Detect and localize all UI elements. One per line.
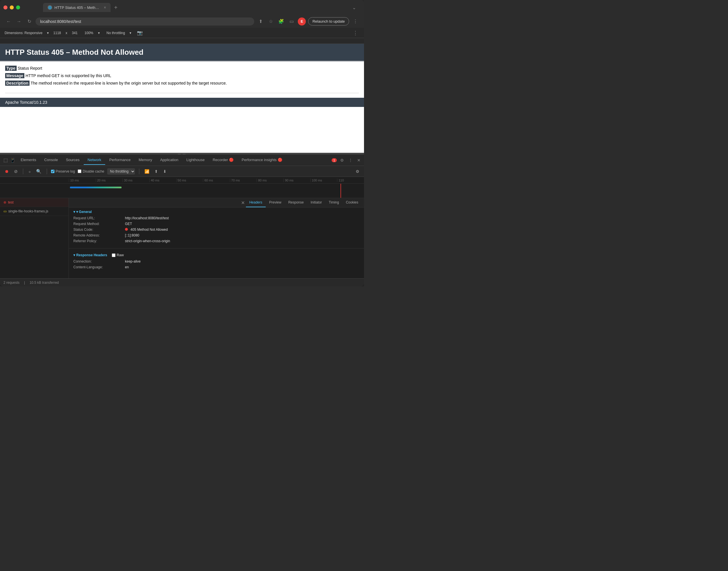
network-item-test[interactable]: ⊗ test <box>0 198 69 207</box>
devtools-close-icon[interactable]: ✕ <box>356 157 362 164</box>
timeline-label-110ms: 110 <box>337 179 364 182</box>
general-section-title: ▾ ▾ General <box>74 210 359 214</box>
preserve-log-label: Preserve log <box>51 169 75 174</box>
type-value: Status Report <box>18 66 42 71</box>
tab-sources[interactable]: Sources <box>62 155 84 165</box>
type-row: Type Status Report <box>5 66 359 71</box>
network-settings-icon[interactable]: ⚙ <box>355 168 361 174</box>
screenshot-icon[interactable]: 📷 <box>136 29 144 37</box>
timeline-label-80ms: 80 ms <box>256 179 283 182</box>
reload-button[interactable]: ↻ <box>25 17 33 25</box>
request-bars <box>0 184 364 198</box>
throttling-chevron-icon: ▾ <box>130 31 131 35</box>
status-code-row: Status Code: 405 Method Not Allowed <box>74 228 359 232</box>
back-button[interactable]: ← <box>5 17 13 25</box>
network-item-js[interactable]: ▭ single-file-hooks-frames.js <box>0 207 69 216</box>
bookmark-icon[interactable]: ☆ <box>267 17 275 25</box>
page-error-header: HTTP Status 405 – Method Not Allowed <box>0 44 364 61</box>
sidebar-icon[interactable]: ▭ <box>287 17 295 25</box>
timeline-label-50ms: 50 ms <box>176 179 203 182</box>
tab-memory[interactable]: Memory <box>135 155 156 165</box>
zoom-chevron-icon: ▾ <box>98 31 100 35</box>
menu-icon[interactable]: ⋮ <box>351 17 359 25</box>
network-list: ⊗ test ▭ single-file-hooks-frames.js <box>0 198 69 278</box>
tab-console[interactable]: Console <box>40 155 62 165</box>
referrer-policy-row: Referrer Policy: strict-origin-when-cros… <box>74 239 359 243</box>
stop-button[interactable]: ⊘ <box>13 168 19 175</box>
headers-tab-response[interactable]: Response <box>285 198 307 207</box>
tab-lighthouse[interactable]: Lighthouse <box>182 155 209 165</box>
dimensions-label: Dimensions: Responsive <box>5 31 42 35</box>
timeline-label-60ms: 60 ms <box>203 179 230 182</box>
headers-tab-bar: ✕ Headers Preview Response Initiator Tim… <box>69 198 364 208</box>
throttling-value: No throttling <box>107 31 125 35</box>
headers-tab-timing[interactable]: Timing <box>325 198 343 207</box>
network-headers-panel: ⊗ test ▭ single-file-hooks-frames.js ✕ H… <box>0 198 364 278</box>
remote-address-val: [::1]:8080 <box>125 233 139 237</box>
forward-button[interactable]: → <box>15 17 23 25</box>
timeline-label-20ms: 20 ms <box>96 179 123 182</box>
toolbar-separator-3 <box>139 168 139 174</box>
browser-window: 🌐 HTTP Status 405 – Method N… × + ⌄ ← → … <box>0 0 364 287</box>
more-options-icon[interactable]: ⋮ <box>351 29 359 37</box>
referrer-policy-val: strict-origin-when-cross-origin <box>125 239 170 243</box>
disable-cache-checkbox[interactable] <box>78 169 82 173</box>
active-tab[interactable]: 🌐 HTTP Status 405 – Method N… × <box>43 3 111 12</box>
record-button[interactable]: ⏺ <box>3 168 10 174</box>
relaunch-button[interactable]: Relaunch to update <box>308 17 349 25</box>
filter-icon[interactable]: ⬦ <box>27 168 32 174</box>
preserve-log-text: Preserve log <box>55 169 75 174</box>
page-content: HTTP Status 405 – Method Not Allowed Typ… <box>0 44 364 153</box>
js-file-icon: ▭ <box>3 209 7 213</box>
responsive-bar: Dimensions: Responsive ▾ 1118 x 341 100%… <box>0 28 364 38</box>
share-icon[interactable]: ⬆ <box>256 17 264 25</box>
preserve-log-checkbox[interactable] <box>51 170 54 173</box>
close-button[interactable] <box>3 5 7 9</box>
raw-checkbox[interactable] <box>112 253 116 257</box>
devtools-tab-bar: ⬚ 📱 Elements Console Sources Network Per… <box>0 154 364 166</box>
devtools-more-icon[interactable]: ⋮ <box>347 157 354 164</box>
devtools-settings-icon[interactable]: ⚙ <box>339 157 345 164</box>
tab-application[interactable]: Application <box>156 155 183 165</box>
search-icon[interactable]: 🔍 <box>35 168 43 175</box>
headers-tab-headers[interactable]: Headers <box>246 198 266 207</box>
page-title: HTTP Status 405 – Method Not Allowed <box>5 48 359 57</box>
download-icon[interactable]: ⬇ <box>162 168 168 174</box>
tab-favicon: 🌐 <box>47 5 52 10</box>
request-method-val: GET <box>125 222 132 226</box>
status-dot-icon <box>125 228 128 231</box>
upload-icon[interactable]: ⬆ <box>153 168 159 174</box>
tab-elements[interactable]: Elements <box>17 155 40 165</box>
request-method-row: Request Method: GET <box>74 222 359 226</box>
page-footer: Apache Tomcat/10.1.23 <box>0 98 364 107</box>
device-toggle-icon[interactable]: 📱 <box>9 157 17 163</box>
tab-recorder[interactable]: Recorder 🔴 <box>209 155 238 165</box>
headers-panel: ✕ Headers Preview Response Initiator Tim… <box>69 198 364 278</box>
wifi-icon[interactable]: 📶 <box>143 168 150 174</box>
tab-performance[interactable]: Performance <box>105 155 134 165</box>
tab-network[interactable]: Network <box>84 155 106 165</box>
tab-performance-insights[interactable]: Performance insights 🔴 <box>238 155 286 165</box>
minimize-button[interactable] <box>10 5 14 9</box>
timeline-label-90ms: 90 ms <box>283 179 311 182</box>
window-controls-icon[interactable]: ⌄ <box>351 4 357 11</box>
headers-tab-preview[interactable]: Preview <box>266 198 285 207</box>
inspect-element-icon[interactable]: ⬚ <box>2 157 9 163</box>
extensions-icon[interactable]: 🧩 <box>277 17 285 25</box>
request-method-key: Request Method: <box>74 222 125 226</box>
maximize-button[interactable] <box>16 5 20 9</box>
status-code-val: 405 Method Not Allowed <box>125 228 168 232</box>
remote-address-key: Remote Address: <box>74 233 125 237</box>
throttle-select[interactable]: No throttling <box>107 168 135 175</box>
new-tab-button[interactable]: + <box>112 3 120 12</box>
headers-tab-initiator[interactable]: Initiator <box>307 198 325 207</box>
headers-close-icon[interactable]: ✕ <box>240 199 246 207</box>
avatar-button[interactable]: E <box>298 17 306 25</box>
description-row: Description The method received in the r… <box>5 81 359 86</box>
devtools-tab-icons: 1 ⚙ ⋮ ✕ <box>332 157 362 164</box>
tab-close-icon[interactable]: × <box>104 5 106 10</box>
address-input[interactable] <box>35 17 254 25</box>
headers-tab-cookies[interactable]: Cookies <box>343 198 362 207</box>
zoom-value: 100% <box>85 31 94 35</box>
general-chevron-icon: ▾ <box>74 210 75 214</box>
